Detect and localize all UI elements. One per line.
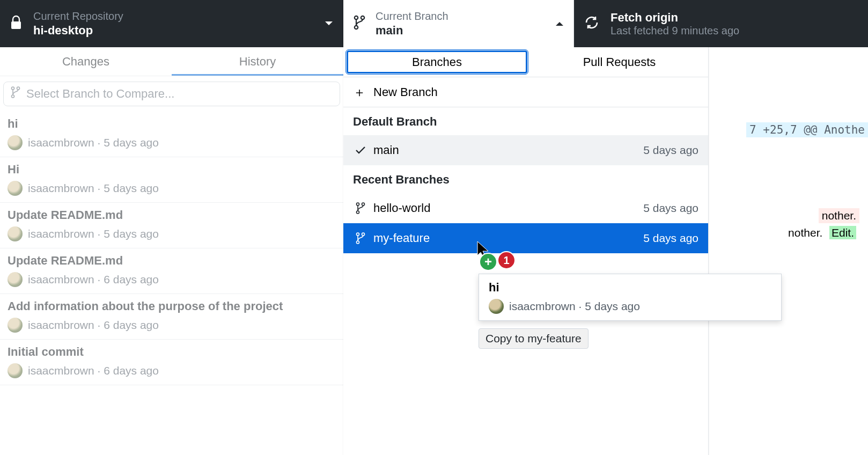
svg-point-1 <box>355 16 358 19</box>
commit-item[interactable]: Update README.mdisaacmbrown · 6 days ago <box>0 248 343 294</box>
commit-item[interactable]: Update README.mdisaacmbrown · 5 days ago <box>0 203 343 248</box>
svg-point-11 <box>362 233 365 236</box>
commit-title: Add information about the purpose of the… <box>8 299 336 313</box>
copy-to-branch-tooltip: Copy to my-feature <box>479 328 589 349</box>
commit-title: Update README.md <box>8 254 336 268</box>
sync-icon <box>584 14 600 33</box>
commit-time: 5 days ago <box>104 228 159 240</box>
history-panel: Changes History Select Branch to Compare… <box>0 47 343 455</box>
commit-item[interactable]: hiisaacmbrown · 5 days ago <box>0 112 343 157</box>
commit-author: isaacmbrown <box>28 182 94 195</box>
current-branch-button[interactable]: Current Branch main <box>343 0 574 47</box>
default-branch-heading: Default Branch <box>343 107 708 135</box>
avatar <box>8 181 23 196</box>
commit-title: Initial commit <box>8 345 336 359</box>
svg-point-10 <box>357 233 359 236</box>
add-badge-icon: + <box>479 253 497 271</box>
commit-time: 6 days ago <box>104 273 159 286</box>
diff-line-added: nother. Edit. <box>785 225 859 240</box>
commit-time: 5 days ago <box>104 182 159 195</box>
compare-placeholder: Select Branch to Compare... <box>26 87 174 101</box>
drag-commit-card: hi isaacmbrown · 5 days ago <box>479 274 782 321</box>
drag-commit-time: 5 days ago <box>585 300 640 313</box>
avatar <box>8 226 23 241</box>
branch-name: main <box>376 24 448 38</box>
svg-point-8 <box>362 203 365 206</box>
branch-item-hello-world[interactable]: hello-world 5 days ago <box>343 193 708 223</box>
commit-author: isaacmbrown <box>28 319 94 332</box>
branch-icon <box>353 14 366 33</box>
commit-author: isaacmbrown <box>28 228 94 240</box>
svg-point-12 <box>357 241 359 244</box>
commit-title: hi <box>8 117 336 131</box>
avatar <box>8 363 23 378</box>
commit-title: Hi <box>8 163 336 177</box>
branch-item-my-feature[interactable]: my-feature 5 days ago <box>343 223 708 253</box>
avatar <box>8 272 23 287</box>
check-icon <box>353 144 368 156</box>
drag-commit-author: isaacmbrown <box>509 300 576 313</box>
svg-point-6 <box>12 95 14 98</box>
branch-icon <box>353 201 368 215</box>
current-repository-button[interactable]: Current Repository hi-desktop <box>0 0 343 47</box>
avatar <box>489 299 504 314</box>
chevron-down-icon <box>325 19 333 28</box>
repo-label: Current Repository <box>33 10 123 23</box>
branch-compare-select[interactable]: Select Branch to Compare... <box>3 82 340 106</box>
titlebar: Current Repository hi-desktop Current Br… <box>0 0 868 47</box>
left-tabs: Changes History <box>0 47 343 76</box>
commit-author: isaacmbrown <box>28 136 94 149</box>
commit-title: Update README.md <box>8 208 336 222</box>
commit-time: 6 days ago <box>104 319 159 332</box>
avatar <box>8 135 23 150</box>
fetch-subtitle: Last fetched 9 minutes ago <box>610 25 739 37</box>
commit-list: hiisaacmbrown · 5 days agoHiisaacmbrown … <box>0 112 343 385</box>
commit-item[interactable]: Initial commitisaacmbrown · 6 days ago <box>0 340 343 385</box>
plus-icon: ＋ <box>353 84 366 101</box>
branch-icon <box>353 231 368 245</box>
repo-name: hi-desktop <box>33 24 123 38</box>
commit-time: 5 days ago <box>104 136 159 149</box>
tab-history[interactable]: History <box>172 47 343 76</box>
recent-branches-heading: Recent Branches <box>343 165 708 193</box>
commit-time: 6 days ago <box>104 364 159 377</box>
avatar <box>8 318 23 333</box>
svg-point-7 <box>357 203 359 206</box>
new-branch-button[interactable]: ＋ New Branch <box>343 77 708 107</box>
branch-dropdown-panel: Branches Pull Requests ＋ New Branch Defa… <box>343 47 709 455</box>
fetch-title: Fetch origin <box>610 11 739 25</box>
lock-icon <box>10 15 23 32</box>
commit-item[interactable]: Add information about the purpose of the… <box>0 294 343 340</box>
svg-point-3 <box>355 26 358 29</box>
drag-commit-title: hi <box>489 281 771 295</box>
branch-item-main[interactable]: main 5 days ago <box>343 135 708 165</box>
fetch-origin-button[interactable]: Fetch origin Last fetched 9 minutes ago <box>574 0 868 47</box>
diff-hunk-header: 7 +25,7 @@ Anothe <box>746 122 868 137</box>
diff-line-removed: nother. <box>819 208 859 223</box>
chevron-up-icon <box>555 19 564 28</box>
commit-item[interactable]: Hiisaacmbrown · 5 days ago <box>0 157 343 203</box>
svg-point-9 <box>357 211 359 214</box>
svg-point-4 <box>12 87 14 90</box>
commit-author: isaacmbrown <box>28 364 94 377</box>
svg-point-2 <box>361 16 364 19</box>
branch-icon <box>10 85 21 102</box>
svg-rect-0 <box>11 21 21 29</box>
svg-point-5 <box>17 87 20 90</box>
branch-label: Current Branch <box>376 10 448 23</box>
tab-branches[interactable]: Branches <box>347 50 527 74</box>
tab-changes[interactable]: Changes <box>0 47 172 76</box>
commit-author: isaacmbrown <box>28 273 94 286</box>
count-badge: 1 <box>497 251 516 269</box>
tab-pull-requests[interactable]: Pull Requests <box>531 47 708 77</box>
